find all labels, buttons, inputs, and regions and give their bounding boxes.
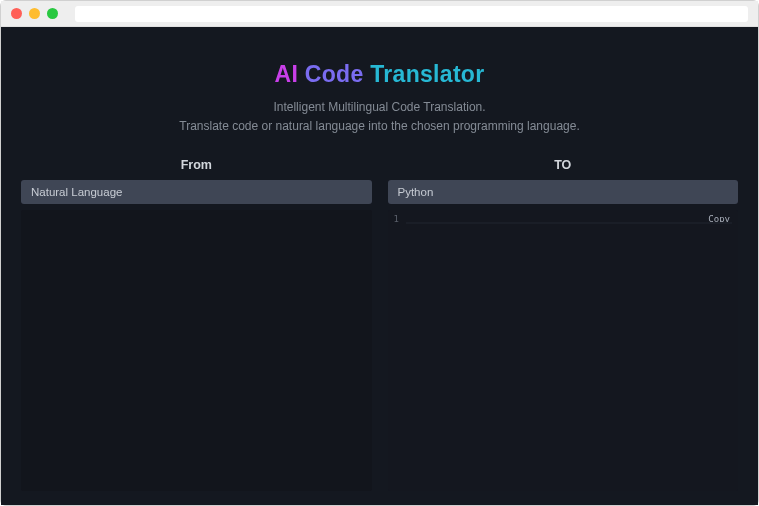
close-icon[interactable]: [11, 8, 22, 19]
editor-columns: From Natural Language TO Python 1 Copy: [21, 154, 738, 491]
window-titlebar: [1, 1, 758, 27]
app-root: AI Code Translator Intelligent Multiling…: [1, 27, 758, 505]
title-word-code: Code: [305, 61, 364, 87]
subtitle-line-1: Intelligent Multilingual Code Translatio…: [21, 98, 738, 117]
to-label: TO: [388, 154, 739, 180]
title-word-ai: AI: [275, 61, 299, 87]
header: AI Code Translator Intelligent Multiling…: [21, 39, 738, 148]
from-label: From: [21, 154, 372, 180]
minimize-icon[interactable]: [29, 8, 40, 19]
subtitle: Intelligent Multilingual Code Translatio…: [21, 98, 738, 136]
maximize-icon[interactable]: [47, 8, 58, 19]
line-number: 1: [394, 214, 399, 224]
to-language-select[interactable]: Python: [388, 180, 739, 204]
browser-window: AI Code Translator Intelligent Multiling…: [0, 0, 759, 506]
input-editor[interactable]: [21, 210, 372, 491]
title-word-translator: Translator: [370, 61, 484, 87]
from-language-select[interactable]: Natural Language: [21, 180, 372, 204]
from-column: From Natural Language: [21, 154, 372, 491]
to-column: TO Python 1 Copy: [388, 154, 739, 491]
address-bar[interactable]: [75, 6, 748, 22]
output-editor[interactable]: 1 Copy: [388, 210, 739, 491]
copy-button[interactable]: Copy: [708, 214, 730, 224]
page-title: AI Code Translator: [21, 61, 738, 88]
subtitle-line-2: Translate code or natural language into …: [21, 117, 738, 136]
